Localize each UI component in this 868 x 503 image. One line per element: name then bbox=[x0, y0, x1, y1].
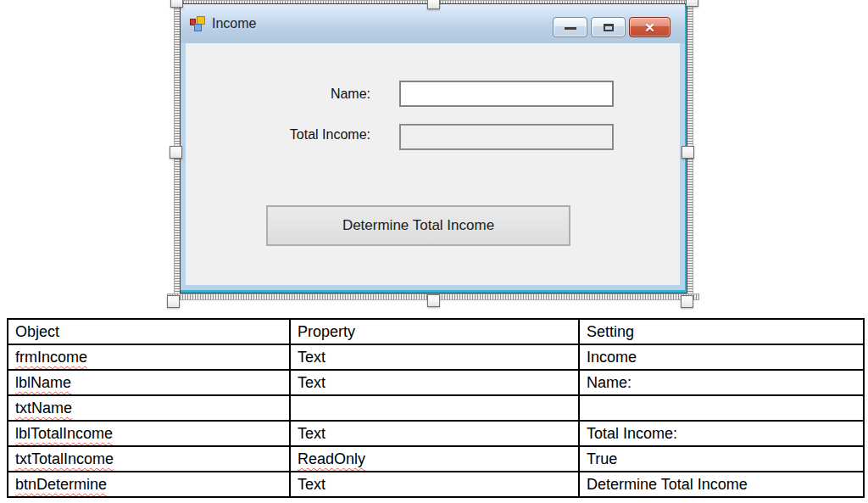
cell-text: Determine Total Income bbox=[587, 476, 748, 493]
total-income-textbox[interactable] bbox=[399, 124, 614, 150]
cell-setting: Determine Total Income bbox=[579, 472, 864, 497]
cell-setting: Name: bbox=[579, 370, 864, 395]
cell-text: frmIncome bbox=[15, 349, 87, 366]
resize-handle-top-left[interactable] bbox=[170, 0, 183, 8]
cell-text: ReadOnly bbox=[298, 450, 365, 467]
cell-text: True bbox=[587, 450, 617, 467]
table-row: txtName bbox=[8, 395, 864, 421]
resize-handle-bottom-middle[interactable] bbox=[427, 294, 440, 307]
winforms-app-icon bbox=[190, 16, 205, 31]
header-object: Object bbox=[8, 319, 290, 344]
maximize-button[interactable] bbox=[591, 17, 626, 37]
cell-text: Text bbox=[298, 349, 326, 366]
cell-object: frmIncome bbox=[8, 344, 290, 370]
cell-object: txtName bbox=[8, 395, 290, 421]
cell-setting: True bbox=[579, 446, 864, 472]
total-income-label: Total Income: bbox=[186, 127, 370, 143]
cell-text: Text bbox=[298, 476, 326, 493]
cell-property: ReadOnly bbox=[290, 446, 579, 472]
resize-handle-top-right[interactable] bbox=[686, 0, 698, 7]
cell-text: Name: bbox=[587, 374, 632, 391]
cell-text: btnDetermine bbox=[15, 476, 107, 493]
resize-handle-bottom-left[interactable] bbox=[167, 295, 180, 308]
cell-text: txtName bbox=[15, 400, 72, 416]
maximize-icon bbox=[604, 24, 614, 31]
header-setting: Setting bbox=[579, 319, 864, 344]
cell-text: Total Income: bbox=[587, 425, 677, 442]
cell-object: txtTotalIncome bbox=[8, 446, 290, 472]
header-property: Property bbox=[290, 319, 579, 344]
cell-text: lblName bbox=[15, 374, 71, 391]
close-button[interactable]: ✕ bbox=[629, 17, 670, 37]
form-frame: Name: Total Income: Determine Total Inco… bbox=[181, 43, 685, 290]
settings-table-body: frmIncomeTextIncomelblNameTextName:txtNa… bbox=[8, 344, 864, 497]
resize-handle-bottom-right[interactable] bbox=[681, 295, 693, 308]
table-row: txtTotalIncomeReadOnlyTrue bbox=[8, 446, 864, 472]
resize-handle-middle-left[interactable] bbox=[170, 146, 182, 159]
name-textbox[interactable] bbox=[399, 81, 614, 107]
cell-text: txtTotalIncome bbox=[15, 450, 114, 467]
form-title: Income bbox=[212, 16, 256, 31]
cell-property: Text bbox=[290, 344, 579, 370]
minimize-icon bbox=[565, 27, 576, 30]
table-row: btnDetermineTextDetermine Total Income bbox=[8, 472, 864, 497]
cell-setting: Income bbox=[579, 344, 864, 370]
form-canvas: Name: Total Income: Determine Total Inco… bbox=[186, 43, 680, 285]
close-icon: ✕ bbox=[644, 21, 655, 34]
cell-object: lblTotalIncome bbox=[8, 421, 290, 446]
determine-total-income-button[interactable]: Determine Total Income bbox=[266, 205, 570, 246]
table-row: frmIncomeTextIncome bbox=[8, 344, 864, 370]
table-header-row: Object Property Setting bbox=[8, 319, 864, 344]
name-label: Name: bbox=[186, 87, 370, 102]
cell-text: Text bbox=[298, 374, 326, 391]
cell-property: Text bbox=[290, 370, 579, 395]
cell-text: lblTotalIncome bbox=[15, 425, 113, 442]
form-titlebar[interactable]: Income ✕ bbox=[181, 4, 685, 43]
minimize-button[interactable] bbox=[553, 17, 587, 37]
resize-handle-top-middle[interactable] bbox=[427, 0, 440, 9]
cell-text: Text bbox=[298, 425, 326, 442]
table-row: lblTotalIncomeTextTotal Income: bbox=[8, 421, 864, 446]
cell-property: Text bbox=[290, 472, 579, 497]
cell-text: Income bbox=[587, 349, 637, 366]
cell-setting: Total Income: bbox=[579, 421, 864, 446]
cell-object: lblName bbox=[8, 370, 290, 395]
cell-property bbox=[290, 395, 579, 421]
resize-handle-middle-right[interactable] bbox=[682, 146, 694, 159]
cell-object: btnDetermine bbox=[8, 472, 290, 497]
settings-table: Object Property Setting frmIncomeTextInc… bbox=[7, 318, 865, 498]
table-row: lblNameTextName: bbox=[8, 370, 864, 395]
cell-setting bbox=[579, 395, 864, 421]
cell-property: Text bbox=[290, 421, 579, 446]
form-window: Income ✕ Name: Total Income: Determine T… bbox=[181, 4, 687, 293]
